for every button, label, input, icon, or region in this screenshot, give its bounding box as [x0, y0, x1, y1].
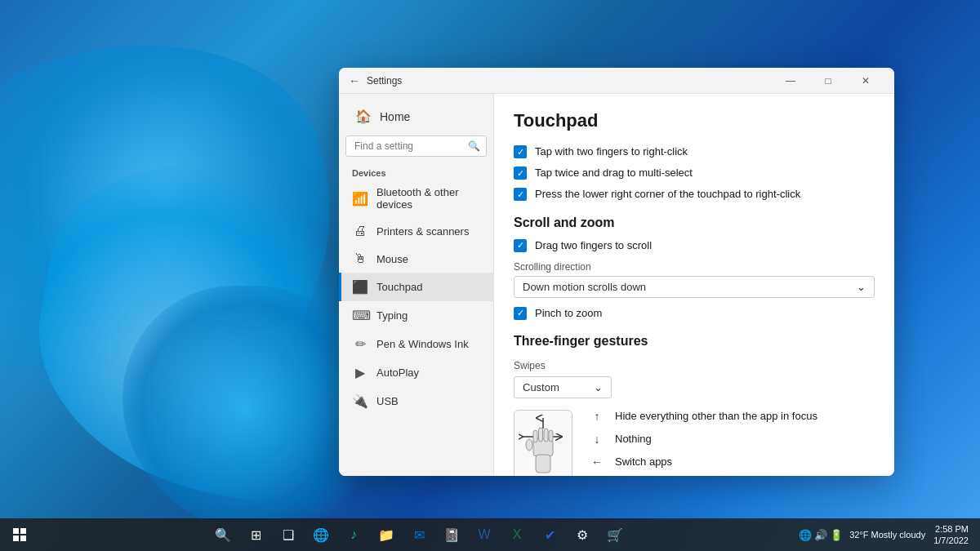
sidebar-item-pen[interactable]: ✏ Pen & Windows Ink [339, 330, 493, 358]
taskbar-sys-icons: 🌐 🔊 🔋 [799, 529, 843, 541]
sidebar-section-label: Devices [339, 163, 493, 180]
windows-logo-icon [13, 528, 26, 541]
battery-icon[interactable]: 🔋 [830, 529, 843, 541]
window-title: Settings [367, 75, 772, 87]
sidebar-label-mouse: Mouse [376, 253, 408, 265]
clock-time: 2:58 PM [935, 523, 969, 535]
sidebar-item-bluetooth[interactable]: 📶 Bluetooth & other devices [339, 180, 493, 217]
checkbox-4[interactable]: ✓ [514, 239, 527, 252]
sidebar-item-autoplay[interactable]: ▶ AutoPlay [339, 358, 493, 387]
svg-rect-13 [20, 535, 26, 541]
main-content: Touchpad ✓ Tap with two fingers to right… [494, 94, 894, 476]
weather-info: 32°F Mostly cloudy [849, 530, 925, 540]
sidebar-label-usb: USB [376, 395, 399, 407]
checkbox-label-5: Pinch to zoom [535, 306, 602, 321]
sidebar-item-touchpad[interactable]: ⬛ Touchpad [339, 273, 493, 301]
title-bar: ← Settings — □ ✕ [339, 68, 894, 94]
taskbar-word[interactable]: W [470, 520, 499, 549]
sidebar-label-touchpad: Touchpad [376, 281, 422, 293]
touchpad-icon: ⬛ [352, 279, 368, 295]
gesture-item-left: ← Switch apps [589, 455, 875, 469]
gesture-up-arrow: ↑ [589, 410, 605, 423]
swipes-section: Swipes Custom ⌄ [514, 360, 875, 476]
network-icon[interactable]: 🌐 [799, 529, 812, 541]
volume-icon[interactable]: 🔊 [814, 529, 827, 541]
hand-svg [519, 414, 568, 476]
taskbar-edge[interactable]: 🌐 [306, 520, 336, 549]
taskbar-spotify[interactable]: ♪ [339, 520, 368, 549]
settings-window: ← Settings — □ ✕ 🏠 Home 🔍 Devices [339, 68, 894, 476]
taskbar-onenote[interactable]: 📓 [437, 520, 466, 549]
taskbar-store[interactable]: 🛒 [600, 520, 630, 549]
swipes-value: Custom [523, 381, 559, 393]
start-button[interactable] [0, 518, 39, 551]
check-icon-3: ✓ [517, 189, 524, 200]
taskbar-excel[interactable]: X [502, 520, 532, 549]
taskbar-widgets[interactable]: ⊞ [241, 520, 270, 549]
taskbar-todo[interactable]: ✔ [535, 520, 564, 549]
check-icon-2: ✓ [517, 168, 524, 179]
swipes-dropdown[interactable]: Custom ⌄ [514, 376, 612, 398]
checkbox-1[interactable]: ✓ [514, 145, 527, 158]
taskbar-search[interactable]: 🔍 [208, 520, 238, 549]
check-icon-4: ✓ [517, 240, 524, 251]
checkbox-3[interactable]: ✓ [514, 188, 527, 201]
checkbox-row-5: ✓ Pinch to zoom [514, 306, 875, 321]
scrolling-direction-label: Scrolling direction [514, 261, 875, 273]
gesture-down-arrow: ↓ [589, 433, 605, 446]
taskbar-task-view[interactable]: ❑ [274, 520, 303, 549]
three-finger-title: Three-finger gestures [514, 334, 875, 349]
checkbox-5[interactable]: ✓ [514, 307, 527, 320]
svg-rect-7 [549, 430, 553, 442]
gesture-left-description: Switch apps [615, 455, 672, 468]
gesture-up-description: Hide everything other than the app in fo… [615, 410, 817, 422]
taskbar-mail[interactable]: ✉ [404, 520, 434, 549]
taskbar-right: 🌐 🔊 🔋 32°F Mostly cloudy 2:58 PM 1/7/202… [799, 523, 980, 547]
close-button[interactable]: ✕ [847, 68, 884, 94]
sidebar-item-printers[interactable]: 🖨 Printers & scanners [339, 217, 493, 245]
gesture-area: ↑ Hide everything other than the app in … [514, 410, 875, 476]
title-bar-controls: — □ ✕ [772, 68, 884, 94]
checkbox-label-2: Tap twice and drag to multi-select [535, 166, 693, 180]
minimize-button[interactable]: — [772, 68, 809, 94]
svg-rect-11 [20, 528, 26, 534]
sidebar-item-home[interactable]: 🏠 Home [342, 102, 490, 131]
svg-rect-10 [13, 528, 19, 534]
checkbox-2[interactable]: ✓ [514, 167, 527, 180]
search-input[interactable] [345, 136, 487, 157]
taskbar-clock[interactable]: 2:58 PM 1/7/2022 [929, 523, 973, 547]
svg-rect-6 [544, 429, 548, 442]
svg-rect-9 [536, 455, 550, 473]
scrolling-direction-dropdown[interactable]: Down motion scrolls down ⌄ [514, 276, 875, 298]
svg-rect-12 [13, 535, 19, 541]
scroll-zoom-title: Scroll and zoom [514, 216, 875, 230]
pen-icon: ✏ [352, 336, 368, 352]
typing-icon: ⌨ [352, 308, 368, 323]
sidebar-label-pen: Pen & Windows Ink [376, 338, 469, 350]
taskbar-explorer[interactable]: 📁 [372, 520, 401, 549]
swipes-label: Swipes [514, 360, 875, 371]
sidebar: 🏠 Home 🔍 Devices 📶 Bluetooth & other dev… [339, 94, 494, 476]
hand-illustration [514, 410, 572, 476]
taskbar-settings[interactable]: ⚙ [568, 520, 597, 549]
checkbox-label-3: Press the lower right corner of the touc… [535, 187, 800, 202]
search-icon: 🔍 [468, 140, 480, 152]
gesture-item-down: ↓ Nothing [589, 433, 875, 446]
gesture-down-description: Nothing [615, 433, 652, 445]
sidebar-item-typing[interactable]: ⌨ Typing [339, 301, 493, 330]
sidebar-item-usb[interactable]: 🔌 USB [339, 387, 493, 415]
check-icon-1: ✓ [517, 147, 524, 158]
checkbox-label-1: Tap with two fingers to right-click [535, 144, 688, 159]
clock-date: 1/7/2022 [933, 535, 969, 546]
svg-rect-4 [533, 430, 537, 442]
checkbox-row-3: ✓ Press the lower right corner of the to… [514, 187, 875, 202]
sidebar-item-mouse[interactable]: 🖱 Mouse [339, 245, 493, 273]
settings-body: 🏠 Home 🔍 Devices 📶 Bluetooth & other dev… [339, 94, 894, 476]
back-icon[interactable]: ← [349, 74, 360, 87]
sidebar-label-autoplay: AutoPlay [376, 367, 419, 379]
home-icon: 🏠 [355, 109, 372, 124]
maximize-button[interactable]: □ [809, 68, 847, 94]
page-title: Touchpad [514, 110, 875, 131]
bluetooth-icon: 📶 [352, 191, 368, 207]
autoplay-icon: ▶ [352, 365, 368, 380]
